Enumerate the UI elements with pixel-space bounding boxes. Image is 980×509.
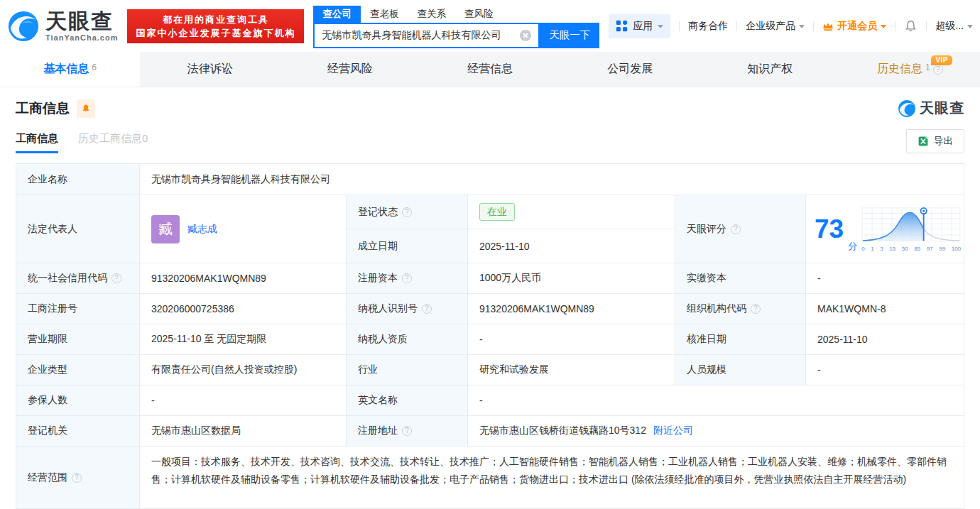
nav-account[interactable]: 超级... [935,20,973,33]
org-code-value: MAK1WQMN-8 [806,294,964,324]
watermark-logo: 天眼查 [898,99,964,118]
field-label: 人员规模 [675,355,806,385]
search-tab-company[interactable]: 查公司 [313,6,361,23]
avatar[interactable]: 臧 [151,215,180,243]
field-label: 法定代表人 [16,195,140,263]
tianyan-score-cell: 73 分 [806,195,964,263]
nav-enterprise-product[interactable]: 企业级产品 [746,20,805,33]
approval-date-value: 2025-11-10 [806,324,964,355]
paid-capital-value: - [806,263,964,294]
status-badge: 在业 [479,203,515,221]
monitor-button[interactable] [77,99,95,118]
field-label: 核准日期 [675,324,806,355]
clear-icon[interactable] [520,30,531,41]
field-label: 纳税人资质 [347,324,468,355]
nav-open-vip[interactable]: 开通会员 [822,20,886,33]
main-content: 工商信息 天眼查 工商信息 历史工商信息0 导出 [0,87,980,509]
help-icon[interactable] [422,304,432,314]
promo-banner-line2: 国家中小企业发展子基金旗下机构 [136,26,295,40]
chevron-down-icon [799,25,805,28]
nav-business-cooperation[interactable]: 商务合作 [688,20,728,33]
chevron-down-icon [658,25,663,28]
score-axis-ticks: 0 1 3 15 50 85 97 99 100 [861,246,961,252]
score-unit: 分 [848,240,857,253]
search-tab-boss[interactable]: 查老板 [361,6,408,23]
apps-label: 应用 [633,20,653,33]
registered-capital-value: 1000万人民币 [468,263,675,294]
help-icon[interactable] [402,207,412,217]
field-label: 营业期限 [16,324,140,355]
establish-date-value: 2025-11-10 [468,229,675,263]
tab-intellectual-property[interactable]: 知识产权 [700,52,840,87]
field-label: 注册资本 [347,263,468,294]
tab-operation-risk[interactable]: 经营风险 [280,52,420,87]
top-header: 天眼查 TianYanCha.com 都在用的商业查询工具 国家中小企业发展子基… [0,0,980,52]
business-term-value: 2025-11-10 至 无固定期限 [140,324,347,355]
help-icon[interactable] [402,426,412,436]
search-tab-relation[interactable]: 查关系 [408,6,455,23]
chevron-down-icon [881,25,886,28]
section-title: 工商信息 [16,99,70,118]
tab-count: 6 [92,62,97,72]
business-scope-value: 一般项目：技术服务、技术开发、技术咨询、技术交流、技术转让、技术推广；人工智能硬… [140,447,964,509]
search-box: 查公司 查老板 查关系 查风险 天眼一下 [313,4,599,48]
field-label: 企业类型 [16,355,140,385]
table-row: 营业期限 2025-11-10 至 无固定期限 纳税人资质 - 核准日期 202… [16,324,964,355]
tianyancha-logo-icon [7,10,40,43]
tab-company-development[interactable]: 公司发展 [560,52,700,87]
export-label: 导出 [934,135,953,148]
search-input[interactable] [315,30,520,41]
industry-value: 研究和试验发展 [468,355,675,385]
field-label: 登记状态 [347,195,468,229]
nearby-companies-link[interactable]: 附近公司 [653,425,693,437]
table-row: 法定代表人 臧 臧志成 登记状态 在业 成立日期 2025-11-10 天眼评分… [16,195,964,263]
business-info-table: 企业名称 无锡市凯奇具身智能机器人科技有限公司 法定代表人 臧 臧志成 登记状态… [16,163,964,509]
legal-rep-cell: 臧 臧志成 [140,195,347,263]
table-row: 经营范围 一般项目：技术服务、技术开发、技术咨询、技术交流、技术转让、技术推广；… [16,447,964,509]
taxpayer-qualification-value: - [468,324,675,355]
watermark-text: 天眼查 [920,99,964,118]
field-label: 企业名称 [16,164,140,195]
promo-banner: 都在用的商业查询工具 国家中小企业发展子基金旗下机构 [127,9,304,43]
tab-history-info[interactable]: VIP 历史信息 1 [840,52,980,87]
chevron-down-icon [967,25,973,28]
vip-badge: VIP [931,55,952,65]
field-label: 经营范围 [16,447,140,509]
field-label: 工商注册号 [16,294,140,324]
search-button[interactable]: 天眼一下 [540,23,599,48]
help-icon[interactable] [111,273,121,283]
help-icon[interactable] [402,273,412,283]
field-label: 成立日期 [347,229,468,263]
search-tab-risk[interactable]: 查风险 [455,6,503,23]
credit-code-value: 91320206MAK1WQMN89 [140,263,347,294]
registration-authority-value: 无锡市惠山区数据局 [140,416,347,447]
table-row: 统一社会信用代码 91320206MAK1WQMN89 注册资本 1000万人民… [16,263,964,294]
help-icon[interactable] [731,224,741,234]
notification-bell-icon[interactable] [904,19,918,33]
score-value: 73 [815,216,844,242]
registered-address-cell: 无锡市惠山区钱桥街道钱藕路10号312 附近公司 [468,416,964,447]
company-detail-tabs: 基本信息 6 法律诉讼 经营风险 经营信息 公司发展 知识产权 VIP 历史信息… [0,52,980,87]
subtab-business-info[interactable]: 工商信息 [16,132,58,153]
field-label: 行业 [347,355,468,385]
tab-operation-info[interactable]: 经营信息 [420,52,560,87]
field-label: 登记机关 [16,416,140,447]
excel-icon [918,136,929,147]
taxpayer-id-value: 91320206MAK1WQMN89 [468,294,675,324]
legal-rep-link[interactable]: 臧志成 [187,223,217,236]
help-icon[interactable] [72,473,82,483]
subtab-history-business-info[interactable]: 历史工商信息0 [78,132,148,153]
apps-menu[interactable]: 应用 [609,14,670,38]
tab-legal-lawsuit[interactable]: 法律诉讼 [140,52,280,87]
tab-basic-info[interactable]: 基本信息 6 [0,52,140,87]
field-label: 注册地址 [347,416,468,447]
monitor-bell-icon [81,104,91,114]
help-icon[interactable] [751,304,761,314]
help-icon[interactable] [933,65,943,75]
table-row: 登记机关 无锡市惠山区数据局 注册地址 无锡市惠山区钱桥街道钱藕路10号312 … [16,416,964,447]
tianyancha-logo[interactable]: 天眼查 TianYanCha.com [7,10,118,43]
export-button[interactable]: 导出 [906,129,964,153]
table-row: 企业类型 有限责任公司(自然人投资或控股) 行业 研究和试验发展 人员规模 - [16,355,964,385]
registration-status-cell: 在业 [468,195,675,229]
watermark-logo-icon [898,99,916,118]
